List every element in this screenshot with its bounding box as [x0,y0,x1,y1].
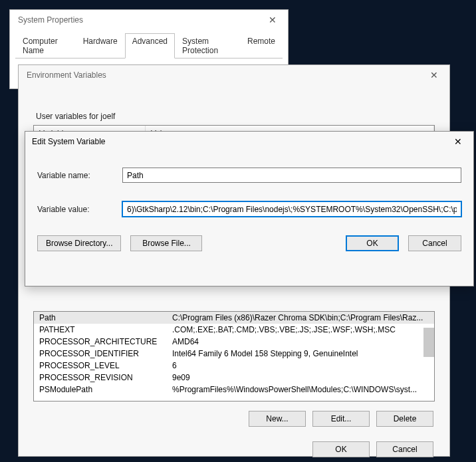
tab-computer-name[interactable]: Computer Name [15,33,76,58]
cancel-button[interactable]: Cancel [376,441,433,457]
envvar-title: Environment Variables [27,70,106,80]
tab-remote[interactable]: Remote [240,33,283,58]
row-var: PROCESSOR_IDENTIFIER [34,348,167,360]
variable-value-input[interactable] [122,201,461,217]
editdlg-titlebar: Edit System Variable ✕ [25,132,473,152]
cancel-button[interactable]: Cancel [408,235,461,251]
row-val: %ProgramFiles%\WindowsPowerShell\Modules… [167,384,434,396]
row-var: PROCESSOR_ARCHITECTURE [34,336,167,348]
system-var-buttons: New... Edit... Delete [31,402,437,436]
edit-system-variable-dialog: Edit System Variable ✕ Variable name: Va… [25,131,474,287]
sysprop-title: System Properties [18,15,83,25]
row-var: Path [34,312,167,324]
close-icon[interactable]: ✕ [424,66,444,84]
envvar-dialog-buttons: OK Cancel [31,436,437,462]
ok-button[interactable]: OK [312,441,370,457]
close-icon[interactable]: ✕ [263,11,283,29]
table-row[interactable]: Path C:\Program Files (x86)\Razer Chroma… [34,312,434,324]
new-button[interactable]: New... [249,411,306,427]
table-row[interactable]: PROCESSOR_REVISION 9e09 [34,372,434,384]
row-val: .COM;.EXE;.BAT;.CMD;.VBS;.VBE;.JS;.JSE;.… [167,324,434,336]
ok-button[interactable]: OK [346,235,399,251]
row-var: PSModulePath [34,384,167,396]
table-row[interactable]: PROCESSOR_ARCHITECTURE AMD64 [34,336,434,348]
table-row[interactable]: PROCESSOR_IDENTIFIER Intel64 Family 6 Mo… [34,348,434,360]
row-var: PATHEXT [34,324,167,336]
tab-advanced[interactable]: Advanced [125,33,175,58]
variable-name-label: Variable name: [37,171,122,180]
browse-directory-button[interactable]: Browse Directory... [37,235,121,251]
table-row[interactable]: PATHEXT .COM;.EXE;.BAT;.CMD;.VBS;.VBE;.J… [34,324,434,336]
row-var: PROCESSOR_LEVEL [34,360,167,372]
tab-system-protection[interactable]: System Protection [175,33,240,58]
table-row[interactable]: PSModulePath %ProgramFiles%\WindowsPower… [34,384,434,396]
scrollbar-thumb[interactable] [423,328,434,357]
variable-name-input[interactable] [122,168,461,183]
edit-button[interactable]: Edit... [312,411,370,427]
row-val: AMD64 [167,336,434,348]
row-var: PROCESSOR_REVISION [34,372,167,384]
envvar-titlebar: Environment Variables ✕ [19,65,449,85]
row-val: 6 [167,360,434,372]
system-variables-list[interactable]: Path C:\Program Files (x86)\Razer Chroma… [33,311,435,402]
variable-value-label: Variable value: [37,205,122,214]
row-val: C:\Program Files (x86)\Razer Chroma SDK\… [167,312,434,324]
row-val: Intel64 Family 6 Model 158 Stepping 9, G… [167,348,434,360]
row-val: 9e09 [167,372,434,384]
sysprop-titlebar: System Properties ✕ [10,10,288,30]
browse-file-button[interactable]: Browse File... [130,235,202,251]
delete-button[interactable]: Delete [376,411,433,427]
editdlg-title: Edit System Variable [32,137,106,146]
sysprop-tabs: Computer Name Hardware Advanced System P… [10,30,288,58]
close-icon[interactable]: ✕ [448,132,468,151]
table-row[interactable]: PROCESSOR_LEVEL 6 [34,360,434,372]
tab-hardware[interactable]: Hardware [76,33,125,58]
user-variables-label: User variables for joelf [36,112,437,121]
